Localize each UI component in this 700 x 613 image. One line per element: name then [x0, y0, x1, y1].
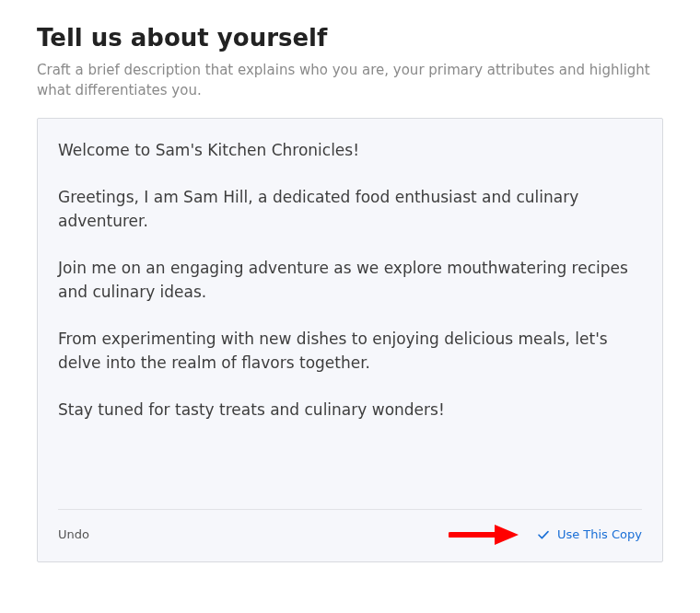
description-paragraph: From experimenting with new dishes to en… [58, 328, 651, 375]
svg-marker-1 [495, 525, 519, 545]
editor-footer: Undo Use This Copy [38, 510, 662, 561]
description-paragraph: Join me on an engaging adventure as we e… [58, 257, 651, 304]
use-this-copy-label: Use This Copy [557, 527, 642, 541]
description-paragraph: Welcome to Sam's Kitchen Chronicles! [58, 139, 651, 163]
use-this-copy-button[interactable]: Use This Copy [537, 527, 642, 541]
description-paragraph: Greetings, I am Sam Hill, a dedicated fo… [58, 186, 651, 233]
description-paragraph: Stay tuned for tasty treats and culinary… [58, 399, 651, 422]
annotation-arrow-icon [449, 523, 520, 547]
page-title: Tell us about yourself [37, 24, 663, 52]
page-subtitle: Craft a brief description that explains … [37, 61, 663, 101]
undo-button[interactable]: Undo [58, 527, 89, 541]
description-editor: Welcome to Sam's Kitchen Chronicles! Gre… [37, 118, 663, 562]
check-icon [537, 528, 550, 541]
description-textarea[interactable]: Welcome to Sam's Kitchen Chronicles! Gre… [38, 119, 662, 509]
